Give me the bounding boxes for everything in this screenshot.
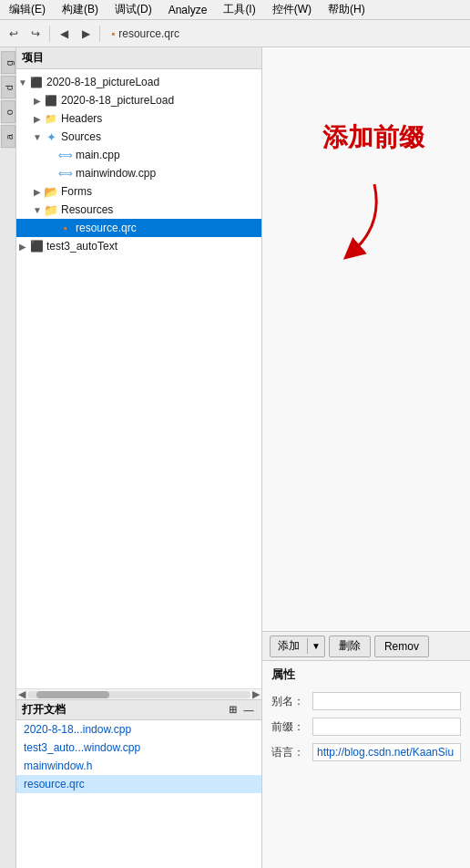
project-icon: ⬛	[29, 75, 44, 89]
undo-button[interactable]: ↩	[4, 24, 24, 44]
menu-bar: 编辑(E) 构建(B) 调试(D) Analyze 工具(I) 控件(W) 帮助…	[0, 0, 470, 20]
add-button[interactable]: 添加 ▼	[270, 636, 325, 657]
qrc-icon: ▪	[111, 27, 115, 40]
toolbar-sep-2	[99, 26, 100, 42]
right-area: 添加前缀 添加 ▼ 删除	[262, 47, 470, 868]
properties-title: 属性	[271, 666, 461, 683]
tree-item-root[interactable]: ▼ ⬛ 2020-8-18_pictureLoad	[16, 73, 261, 91]
left-sidebar: g d o a	[0, 47, 16, 868]
tree-item-sources[interactable]: ▼ ✦ Sources	[16, 128, 261, 146]
main-area: g d o a 项目 ▼ ⬛ 2020-8-18_pictureLoad ▶ ⬛…	[0, 47, 470, 868]
tree-label-resources: Resources	[61, 203, 113, 216]
tree-label-test3: test3_autoText	[46, 240, 118, 253]
sidebar-tab-2[interactable]: d	[1, 76, 15, 98]
nav-forward-button[interactable]: ▶	[76, 24, 96, 44]
tree-label-root: 2020-8-18_pictureLoad	[46, 76, 159, 88]
expand-resources[interactable]: ▼	[31, 205, 44, 215]
menu-tools[interactable]: 工具(I)	[218, 0, 261, 19]
arrow-container	[333, 180, 397, 264]
project-panel: 项目 ▼ ⬛ 2020-8-18_pictureLoad ▶ ⬛ 2020-8-…	[16, 47, 262, 868]
tree-scrollbar[interactable]: ◀ ▶	[16, 688, 261, 699]
property-row-alias: 别名：	[271, 690, 461, 712]
resource-editor: 添加 ▼ 删除 Remov 属性 别名： 前缀： 语言：	[262, 631, 470, 868]
tree-item-main-cpp[interactable]: ▶ ⟺ main.cpp	[16, 146, 261, 164]
menu-debug[interactable]: 调试(D)	[109, 0, 158, 19]
property-row-language: 语言：	[271, 741, 461, 763]
tree-item-mainwindow-cpp[interactable]: ▶ ⟺ mainwindow.cpp	[16, 164, 261, 182]
expand-sources[interactable]: ▼	[31, 132, 44, 142]
tree-item-resources[interactable]: ▼ 📁 Resources	[16, 201, 261, 219]
tree-item-headers[interactable]: ▶ 📁 Headers	[16, 109, 261, 128]
folder-icon-forms: 📂	[44, 184, 58, 199]
resources-folder-icon: 📁	[44, 202, 58, 217]
open-files-title: 打开文档	[22, 702, 66, 718]
expand-forms[interactable]: ▶	[31, 187, 44, 197]
tab-filename: ▪ resource.qrc	[111, 27, 179, 40]
expand-root[interactable]: ▼	[16, 78, 29, 88]
qrc-file-icon: ▪	[58, 221, 73, 235]
sidebar-tab-3[interactable]: o	[1, 100, 15, 123]
remove-button[interactable]: Remov	[374, 636, 429, 657]
sidebar-tab-4[interactable]: a	[1, 125, 15, 148]
tree-label-sources: Sources	[61, 130, 101, 143]
property-input-prefix[interactable]	[312, 718, 461, 736]
tree-label-main-cpp: main.cpp	[76, 149, 120, 161]
expand-headers[interactable]: ▶	[31, 114, 44, 124]
nav-back-button[interactable]: ◀	[54, 24, 74, 44]
open-file-item-1[interactable]: test3_auto...window.cpp	[16, 739, 261, 757]
open-files-panel: 打开文档 ⊞ — 2020-8-18...indow.cpp test3_aut…	[16, 699, 261, 868]
project-tree[interactable]: ▼ ⬛ 2020-8-18_pictureLoad ▶ ⬛ 2020-8-18_…	[16, 69, 261, 688]
open-files-header-btns: ⊞ —	[225, 703, 256, 718]
tree-label-resource-qrc: resource.qrc	[76, 222, 137, 234]
property-row-prefix: 前缀：	[271, 716, 461, 738]
menu-help[interactable]: 帮助(H)	[322, 0, 371, 19]
annotation-area: 添加前缀	[262, 47, 470, 631]
open-files-header: 打开文档 ⊞ —	[16, 700, 261, 720]
menu-controls[interactable]: 控件(W)	[267, 0, 317, 19]
cpp-icon-mainwindow: ⟺	[58, 166, 73, 181]
open-file-item-0[interactable]: 2020-8-18...indow.cpp	[16, 720, 261, 739]
resource-toolbar: 添加 ▼ 删除 Remov	[262, 632, 470, 661]
annotation-text: 添加前缀	[322, 120, 424, 155]
delete-button[interactable]: 删除	[329, 636, 371, 657]
open-files-btn-1[interactable]: ⊞	[225, 703, 240, 718]
toolbar: ↩ ↪ ◀ ▶ ▪ resource.qrc	[0, 20, 470, 47]
tree-item-sub[interactable]: ▶ ⬛ 2020-8-18_pictureLoad	[16, 91, 261, 109]
menu-edit[interactable]: 编辑(E)	[4, 0, 51, 19]
scrollbar-thumb[interactable]	[36, 691, 109, 698]
expand-test3[interactable]: ▶	[16, 242, 29, 252]
expand-sub[interactable]: ▶	[31, 96, 44, 106]
add-button-text: 添加	[271, 638, 308, 654]
properties-area: 属性 别名： 前缀： 语言：	[262, 661, 470, 868]
sources-icon: ✦	[44, 129, 58, 144]
toolbar-sep-1	[49, 26, 50, 42]
project-panel-header: 项目	[16, 47, 261, 69]
cpp-icon-main: ⟺	[58, 148, 73, 162]
redo-button[interactable]: ↪	[26, 24, 46, 44]
tree-item-forms[interactable]: ▶ 📂 Forms	[16, 182, 261, 201]
folder-icon-headers: 📁	[44, 111, 58, 126]
menu-build[interactable]: 构建(B)	[56, 0, 104, 19]
expand-mainwindow-cpp: ▶	[46, 169, 58, 179]
menu-analyze[interactable]: Analyze	[163, 2, 213, 18]
tab-filename-text: resource.qrc	[118, 27, 179, 40]
tree-label-headers: Headers	[61, 112, 102, 125]
property-input-language[interactable]	[312, 743, 461, 761]
open-file-item-2[interactable]: mainwindow.h	[16, 757, 261, 775]
property-label-language: 语言：	[271, 745, 312, 760]
tree-label-forms: Forms	[61, 185, 92, 198]
open-files-list: 2020-8-18...indow.cpp test3_auto...windo…	[16, 720, 261, 868]
tree-item-resource-qrc[interactable]: ▶ ▪ resource.qrc	[16, 219, 261, 237]
test3-icon: ⬛	[29, 239, 44, 253]
tree-item-test3[interactable]: ▶ ⬛ test3_autoText	[16, 237, 261, 255]
open-file-item-3[interactable]: resource.qrc	[16, 775, 261, 793]
tree-label-sub: 2020-8-18_pictureLoad	[61, 94, 174, 107]
project-sub-icon: ⬛	[44, 93, 58, 108]
open-files-btn-2[interactable]: —	[241, 703, 256, 718]
add-dropdown-arrow[interactable]: ▼	[308, 641, 324, 651]
expand-main-cpp: ▶	[46, 150, 58, 160]
property-input-alias[interactable]	[312, 692, 461, 710]
arrow-icon	[333, 180, 397, 262]
scrollbar-track[interactable]	[27, 691, 250, 698]
sidebar-tab-1[interactable]: g	[1, 51, 15, 74]
